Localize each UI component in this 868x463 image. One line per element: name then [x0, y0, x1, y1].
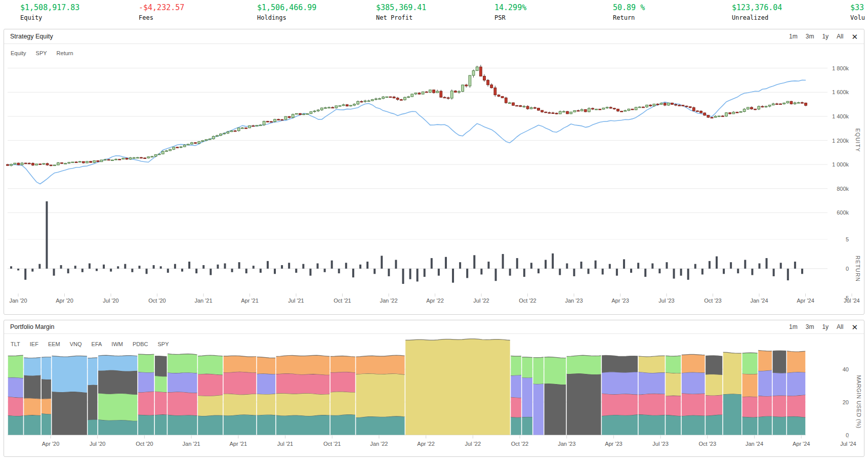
margin-band-EFA [742, 353, 758, 374]
candle-body [367, 101, 370, 102]
strategy-equity-header: Strategy Equity 1m 3m 1y All ✕ [4, 29, 864, 44]
range-all-button[interactable]: All [837, 323, 843, 330]
candle-body [35, 164, 38, 165]
candle-body [765, 106, 767, 107]
return-bar [295, 269, 297, 273]
close-icon[interactable]: ✕ [851, 33, 858, 40]
return-axis-title: RETURN [855, 256, 861, 282]
equity-y-axis: 1 800k1 600k1 400k1 200k1 000k800k600k50… [832, 65, 861, 301]
candle-body [592, 108, 594, 109]
range-1y-button[interactable]: 1y [822, 323, 829, 330]
return-bar [188, 262, 190, 269]
range-all-button[interactable]: All [837, 33, 843, 40]
return-bar [274, 269, 276, 274]
legend-item-tlt[interactable]: TLT [11, 341, 20, 347]
legend-item-eem[interactable]: EEM [48, 341, 60, 347]
legend-item-return[interactable]: Return [57, 50, 73, 56]
return-bar [744, 260, 746, 269]
stat-equity-label: Equity [20, 14, 79, 22]
candle-body [187, 144, 189, 145]
margin-band-IEF [682, 372, 705, 394]
return-bar [595, 261, 597, 269]
legend-item-spy[interactable]: SPY [158, 341, 169, 347]
candle-body [220, 134, 222, 136]
x-axis-label: Apr '21 [230, 441, 247, 447]
margin-band-VNQ [787, 351, 805, 373]
stat-fees: -$4,232.57 Fees [139, 3, 184, 22]
legend-item-spy[interactable]: SPY [36, 50, 47, 56]
equity-axis-tick: 1 800k [832, 65, 849, 71]
candle-body [805, 103, 807, 105]
return-bar [417, 269, 419, 281]
return-bar [651, 263, 653, 268]
candle-body [776, 104, 778, 105]
candle-body [303, 114, 305, 115]
margin-band-EEM [706, 395, 722, 415]
margin-band-EFA [98, 393, 137, 421]
candle-body [335, 106, 338, 108]
return-bar [516, 258, 518, 269]
candle-body [234, 131, 236, 132]
margin-band-SPY [224, 414, 257, 435]
margin-x-axis: Apr '20Jul '20Oct '20Jan '21Apr '21Jul '… [42, 436, 856, 447]
return-bar [210, 269, 212, 275]
candle-body [364, 101, 366, 102]
candle-body [97, 160, 99, 161]
candle-body [93, 160, 96, 162]
margin-band-edge [773, 351, 787, 351]
candle-body [469, 75, 471, 86]
legend-item-pdbc[interactable]: PDBC [133, 341, 148, 347]
x-axis-label: Oct '23 [699, 441, 717, 447]
candle-body [111, 160, 114, 161]
candle-body [617, 109, 619, 111]
margin-band-EFA [155, 375, 167, 392]
candle-body [194, 143, 197, 144]
candle-body [635, 107, 637, 110]
candle-body [237, 128, 240, 131]
range-3m-button[interactable]: 3m [806, 33, 814, 40]
range-1m-button[interactable]: 1m [789, 323, 798, 330]
legend-item-vnq[interactable]: VNQ [70, 341, 82, 347]
candle-body [230, 131, 233, 132]
stats-bar: $1,508,917.83 Equity -$4,232.57 Fees $1,… [0, 0, 868, 23]
return-bar [260, 269, 262, 273]
candle-body [429, 90, 431, 93]
close-icon[interactable]: ✕ [851, 323, 858, 331]
margin-band-IEF [602, 372, 638, 395]
margin-band-VNQ [330, 356, 355, 372]
legend-item-equity[interactable]: Equity [11, 50, 26, 56]
candle-body [743, 109, 746, 112]
strategy-equity-panel: Strategy Equity 1m 3m 1y All ✕ Equity SP… [4, 29, 864, 315]
range-1m-button[interactable]: 1m [789, 33, 798, 40]
candle-body [530, 108, 532, 109]
candle-body [584, 109, 587, 112]
candle-body [783, 103, 786, 104]
strategy-equity-range-controls: 1m 3m 1y All ✕ [789, 33, 858, 40]
candle-body [360, 101, 363, 102]
equity-axis-tick: 800k [837, 186, 849, 192]
equity-x-axis: Jan '20Apr '20Jul '20Oct '20Jan '21Apr '… [9, 293, 859, 304]
candle-body [725, 113, 728, 116]
candle-body [317, 110, 319, 111]
return-bar [538, 269, 540, 273]
return-bar [409, 269, 411, 279]
candle-body [498, 95, 500, 97]
range-3m-button[interactable]: 3m [806, 323, 814, 330]
margin-band-SPY [666, 415, 681, 435]
candle-body [404, 97, 406, 100]
margin-band-EEM [138, 392, 154, 415]
legend-item-ief[interactable]: IEF [30, 341, 38, 347]
legend-item-efa[interactable]: EFA [92, 341, 102, 347]
return-bar [131, 269, 133, 272]
stat-unrealized-value: $123,376.04 [732, 3, 782, 12]
return-bar [466, 269, 468, 278]
x-axis-label: Jul '23 [658, 298, 674, 304]
candle-body [241, 128, 243, 129]
legend-item-iwm[interactable]: IWM [111, 341, 123, 347]
candle-body [71, 162, 74, 163]
margin-band-EEM [682, 393, 705, 416]
range-1y-button[interactable]: 1y [822, 33, 829, 40]
candle-body [628, 109, 630, 110]
margin-band-SPY [8, 415, 23, 435]
candle-body [176, 147, 179, 148]
